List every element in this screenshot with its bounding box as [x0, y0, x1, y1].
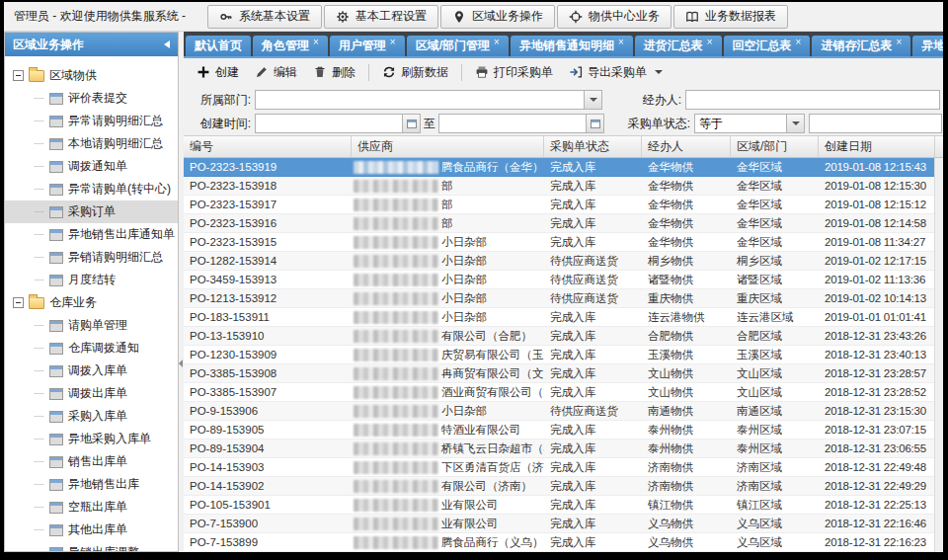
table-row[interactable]: PO-1230-153909庆贸易有限公司（玉溪）完成入库玉溪物供玉溪区域201… — [184, 346, 943, 364]
column-header-3[interactable]: 经办人 — [642, 136, 731, 157]
table-row[interactable]: PO-89-153904桥镇飞云日杂超市（泰州）完成入库泰州物供泰州区域2018… — [184, 440, 943, 458]
tree-collapse-toggle-icon[interactable] — [13, 70, 24, 81]
collapse-sidebar-icon[interactable] — [164, 40, 170, 48]
status-value-input[interactable] — [810, 115, 941, 132]
column-header-4[interactable]: 区域/部门 — [731, 136, 819, 157]
toolbar-button-printer[interactable]: 打印采购单 — [468, 61, 560, 84]
column-header-0[interactable]: 编号 — [184, 136, 352, 157]
table-row[interactable]: PO-3459-153913小日杂部待供应商送货诸暨物供诸暨区域2019-01-… — [184, 271, 943, 289]
tree-item-13[interactable]: 调拨入库单 — [5, 360, 178, 382]
toolbar-button-refresh[interactable]: 刷新数据 — [375, 61, 455, 84]
table-row[interactable]: PO-13-153910有限公司（合肥）完成入库合肥物供合肥区域2018-12-… — [184, 327, 943, 346]
tree-item-label: 请购单管理 — [68, 317, 127, 334]
tab-5[interactable]: 进货汇总表× — [635, 36, 722, 56]
tree-item-11[interactable]: 请购单管理 — [5, 314, 178, 337]
table-row[interactable]: PO-3385-153907酒业商贸有限公司（文山）完成入库文山物供文山区域20… — [184, 383, 943, 402]
department-combo[interactable] — [255, 90, 602, 110]
menu-button-key[interactable]: 系统基本设置 — [207, 5, 322, 29]
tree-collapse-toggle-icon[interactable] — [13, 297, 24, 308]
tab-8[interactable]: 异地销售调整明细× — [912, 36, 943, 56]
tab-close-icon[interactable]: × — [796, 37, 802, 47]
tree-item-1[interactable]: 评价表提交 — [5, 87, 178, 110]
table-row[interactable]: PO-2323-153915小日杂部完成入库金华物供金华区域2019-01-08… — [184, 233, 943, 252]
table-row[interactable]: PO-105-153901业有限公司完成入库镇江物供镇江区域2018-12-31… — [184, 496, 943, 515]
table-row[interactable]: PO-14-153902有限公司（济南）完成入库济南物供济南区域2018-12-… — [184, 477, 943, 496]
column-header-2[interactable]: 采购单状态 — [544, 136, 642, 157]
tab-6[interactable]: 回空汇总表× — [724, 36, 811, 56]
created-to-calendar-icon[interactable] — [586, 115, 603, 132]
tree-item-20[interactable]: 其他出库单 — [5, 519, 178, 541]
created-to-input[interactable] — [439, 115, 586, 132]
toolbar-button-export[interactable]: 导出采购单 — [562, 61, 670, 84]
splitter-collapse-icon[interactable] — [179, 360, 183, 367]
tab-close-icon[interactable]: × — [494, 37, 500, 47]
status-operator-value[interactable] — [695, 115, 786, 132]
tree-item-19[interactable]: 空瓶出库单 — [5, 496, 178, 519]
tree-item-4[interactable]: 调拨通知单 — [5, 155, 178, 178]
created-from-field[interactable] — [255, 114, 421, 133]
tab-1[interactable]: 角色管理× — [253, 36, 328, 56]
tree-item-0[interactable]: 区域物供 — [5, 64, 178, 87]
status-value-field[interactable] — [809, 114, 942, 133]
tab-3[interactable]: 区域/部门管理× — [407, 36, 509, 56]
tab-4[interactable]: 异地销售通知明细× — [511, 36, 633, 56]
status-operator-dropdown-icon[interactable] — [786, 115, 804, 132]
created-from-calendar-icon[interactable] — [402, 115, 420, 132]
table-row[interactable]: PO-2323-153917部完成入库金华物供金华区域2019-01-08 12… — [184, 196, 943, 214]
tree-item-12[interactable]: 仓库调拨通知 — [5, 337, 178, 360]
table-row[interactable]: PO-2323-153919腾食品商行（金华）完成入库金华物供金华区域2019-… — [184, 158, 943, 177]
menu-button-report[interactable]: 业务数据报表 — [673, 5, 788, 29]
menu-button-gear[interactable]: 基本工程设置 — [324, 5, 438, 29]
column-header-1[interactable]: 供应商 — [352, 136, 544, 157]
tree-item-15[interactable]: 采购入库单 — [5, 405, 178, 428]
created-from-input[interactable] — [256, 115, 402, 132]
tree-item-2[interactable]: 异常请购明细汇总 — [5, 110, 178, 132]
tree-item-5[interactable]: 异常请购单(转中心) — [5, 178, 178, 200]
table-row[interactable]: PO-3385-153908冉商贸有限公司（文山）完成入库文山物供文山区域201… — [184, 364, 943, 383]
table-row[interactable]: PO-14-153903下区勇清百货店（济南）完成入库济南物供济南区域2018-… — [184, 458, 943, 477]
tab-close-icon[interactable]: × — [707, 37, 713, 47]
menu-button-pin[interactable]: 区域业务操作 — [440, 5, 555, 29]
tree-item-21[interactable]: 异销出库调整 — [5, 541, 178, 551]
tab-close-icon[interactable]: × — [313, 37, 319, 47]
tab-0[interactable]: 默认首页 — [186, 36, 251, 56]
status-operator-combo[interactable] — [694, 114, 805, 133]
table-row[interactable]: PO-89-153905特酒业有限公司完成入库泰州物供泰州区域2018-12-3… — [184, 421, 943, 440]
toolbar-button-pencil[interactable]: 编辑 — [248, 61, 304, 84]
tree-item-16[interactable]: 异地采购入库单 — [5, 428, 178, 450]
tree-item-14[interactable]: 调拨出库单 — [5, 382, 178, 405]
table-row[interactable]: PO-7-153900业有限公司完成入库义乌物供义乌区域2018-12-31 2… — [184, 515, 943, 533]
department-input[interactable] — [256, 91, 584, 109]
table-row[interactable]: PO-9-153906小日杂部待供应商送货南通物供南通区域2018-12-31 … — [184, 402, 943, 421]
column-header-5[interactable]: 创建日期 — [819, 136, 935, 157]
table-row[interactable]: PO-183-153911小日杂部完成入库连云港物供连云港区域2019-01-0… — [184, 308, 943, 327]
table-row[interactable]: PO-7-153899腾食品商行（义乌）完成入库义乌物供义乌区域2018-12-… — [184, 533, 943, 552]
tree-item-6[interactable]: 采购订单 — [5, 200, 178, 223]
tab-close-icon[interactable]: × — [896, 37, 902, 47]
tree-item-8[interactable]: 异销请购明细汇总 — [5, 246, 178, 269]
form-leaf-icon — [49, 320, 63, 332]
table-row[interactable]: PO-1213-153912小日杂部待供应商送货重庆物供重庆区域2019-01-… — [184, 289, 943, 308]
cell-date: 2018-12-31 22:16:23 — [819, 533, 935, 551]
tab-2[interactable]: 用户管理× — [330, 36, 405, 56]
tree-item-3[interactable]: 本地请购明细汇总 — [5, 132, 178, 155]
tree-item-10[interactable]: 仓库业务 — [5, 291, 178, 314]
tree-item-18[interactable]: 异地销售出库 — [5, 473, 178, 496]
created-to-field[interactable] — [438, 114, 604, 133]
department-dropdown-icon[interactable] — [584, 91, 601, 109]
tab-close-icon[interactable]: × — [390, 37, 396, 47]
handler-field[interactable] — [685, 90, 940, 110]
toolbar-button-trash[interactable]: 删除 — [306, 61, 362, 84]
toolbar-button-plus[interactable]: 创建 — [190, 61, 246, 84]
menu-button-target[interactable]: 物供中心业务 — [557, 5, 672, 29]
table-row[interactable]: PO-2323-153916部完成入库金华物供金华区域2019-01-08 12… — [184, 214, 943, 233]
tree-item-9[interactable]: 月度结转 — [5, 269, 178, 291]
tab-close-icon[interactable]: × — [618, 37, 624, 47]
table-row[interactable]: PO-2323-153918部完成入库金华物供金华区域2019-01-08 12… — [184, 177, 943, 196]
handler-input[interactable] — [686, 91, 939, 109]
table-row[interactable]: PO-1282-153914小日杂部待供应商送货桐乡物供桐乡区域2019-01-… — [184, 252, 943, 271]
tab-7[interactable]: 进销存汇总表× — [812, 36, 910, 56]
tree-item-7[interactable]: 异地销售出库通知单 — [5, 223, 178, 246]
tree-item-17[interactable]: 销售出库单 — [5, 450, 178, 473]
scrollbar-track[interactable] — [934, 158, 943, 552]
